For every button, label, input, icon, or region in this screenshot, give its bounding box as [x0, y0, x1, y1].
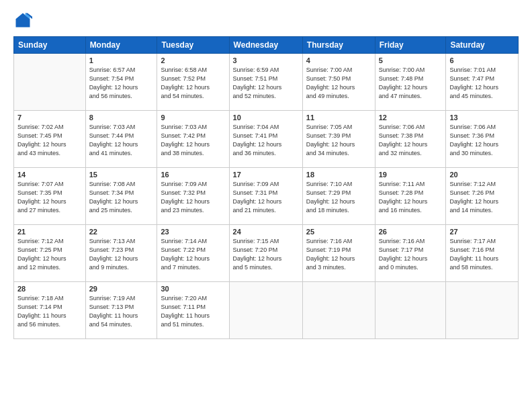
calendar-cell: 14Sunrise: 7:07 AM Sunset: 7:35 PM Dayli…	[14, 168, 86, 225]
calendar-cell	[375, 282, 446, 339]
calendar-cell: 8Sunrise: 7:03 AM Sunset: 7:44 PM Daylig…	[85, 111, 157, 168]
day-number: 30	[161, 285, 225, 293]
day-number: 26	[379, 228, 443, 236]
day-number: 22	[89, 228, 154, 236]
day-number: 9	[161, 113, 225, 122]
week-row-3: 21Sunrise: 7:12 AM Sunset: 7:25 PM Dayli…	[14, 225, 519, 282]
calendar-cell: 5Sunrise: 7:00 AM Sunset: 7:48 PM Daylig…	[375, 54, 446, 111]
day-info: Sunrise: 7:03 AM Sunset: 7:42 PM Dayligh…	[161, 123, 225, 158]
day-info: Sunrise: 7:17 AM Sunset: 7:16 PM Dayligh…	[449, 237, 515, 272]
weekday-header-friday: Friday	[375, 37, 446, 54]
day-info: Sunrise: 7:01 AM Sunset: 7:47 PM Dayligh…	[449, 66, 515, 101]
calendar-cell: 29Sunrise: 7:19 AM Sunset: 7:13 PM Dayli…	[85, 282, 157, 339]
day-number: 3	[233, 56, 299, 64]
day-number: 7	[17, 113, 82, 122]
day-info: Sunrise: 7:09 AM Sunset: 7:32 PM Dayligh…	[161, 180, 225, 215]
day-info: Sunrise: 7:19 AM Sunset: 7:13 PM Dayligh…	[89, 294, 154, 329]
calendar-cell: 20Sunrise: 7:12 AM Sunset: 7:26 PM Dayli…	[446, 168, 519, 225]
day-number: 11	[306, 113, 371, 122]
calendar-cell: 3Sunrise: 6:59 AM Sunset: 7:51 PM Daylig…	[229, 54, 302, 111]
calendar-cell: 13Sunrise: 7:06 AM Sunset: 7:36 PM Dayli…	[446, 111, 519, 168]
day-info: Sunrise: 7:06 AM Sunset: 7:38 PM Dayligh…	[379, 123, 443, 158]
calendar-cell: 30Sunrise: 7:20 AM Sunset: 7:11 PM Dayli…	[157, 282, 229, 339]
day-info: Sunrise: 7:09 AM Sunset: 7:31 PM Dayligh…	[233, 180, 299, 215]
day-info: Sunrise: 7:07 AM Sunset: 7:35 PM Dayligh…	[17, 180, 82, 215]
weekday-header-wednesday: Wednesday	[229, 37, 302, 54]
calendar-cell: 10Sunrise: 7:04 AM Sunset: 7:41 PM Dayli…	[229, 111, 302, 168]
calendar-cell: 16Sunrise: 7:09 AM Sunset: 7:32 PM Dayli…	[157, 168, 229, 225]
day-info: Sunrise: 7:12 AM Sunset: 7:26 PM Dayligh…	[449, 180, 515, 215]
calendar-cell: 18Sunrise: 7:10 AM Sunset: 7:29 PM Dayli…	[302, 168, 375, 225]
day-number: 24	[233, 228, 299, 236]
logo-icon	[13, 11, 32, 30]
day-number: 19	[379, 171, 443, 179]
day-number: 21	[17, 228, 82, 236]
day-number: 5	[379, 56, 443, 64]
day-number: 28	[17, 285, 82, 293]
day-number: 16	[161, 171, 225, 179]
page: SundayMondayTuesdayWednesdayThursdayFrid…	[0, 0, 532, 411]
calendar-cell: 6Sunrise: 7:01 AM Sunset: 7:47 PM Daylig…	[446, 54, 519, 111]
calendar-cell: 23Sunrise: 7:14 AM Sunset: 7:22 PM Dayli…	[157, 225, 229, 282]
calendar-cell: 22Sunrise: 7:13 AM Sunset: 7:23 PM Dayli…	[85, 225, 157, 282]
day-info: Sunrise: 7:18 AM Sunset: 7:14 PM Dayligh…	[17, 294, 82, 329]
day-number: 8	[89, 113, 154, 122]
calendar-cell: 28Sunrise: 7:18 AM Sunset: 7:14 PM Dayli…	[14, 282, 86, 339]
calendar-cell: 2Sunrise: 6:58 AM Sunset: 7:52 PM Daylig…	[157, 54, 229, 111]
weekday-header-monday: Monday	[85, 37, 157, 54]
day-number: 14	[17, 171, 82, 179]
day-info: Sunrise: 7:02 AM Sunset: 7:45 PM Dayligh…	[17, 123, 82, 158]
calendar-cell	[446, 282, 519, 339]
week-row-2: 14Sunrise: 7:07 AM Sunset: 7:35 PM Dayli…	[14, 168, 519, 225]
day-info: Sunrise: 7:13 AM Sunset: 7:23 PM Dayligh…	[89, 237, 154, 272]
calendar-cell: 19Sunrise: 7:11 AM Sunset: 7:28 PM Dayli…	[375, 168, 446, 225]
day-info: Sunrise: 7:03 AM Sunset: 7:44 PM Dayligh…	[89, 123, 154, 158]
day-info: Sunrise: 7:00 AM Sunset: 7:50 PM Dayligh…	[306, 66, 371, 101]
calendar-table: SundayMondayTuesdayWednesdayThursdayFrid…	[13, 36, 519, 339]
weekday-header-tuesday: Tuesday	[157, 37, 229, 54]
day-info: Sunrise: 6:58 AM Sunset: 7:52 PM Dayligh…	[161, 66, 225, 101]
day-info: Sunrise: 7:15 AM Sunset: 7:20 PM Dayligh…	[233, 237, 299, 272]
day-number: 25	[306, 228, 371, 236]
day-info: Sunrise: 6:59 AM Sunset: 7:51 PM Dayligh…	[233, 66, 299, 101]
day-number: 6	[449, 56, 515, 64]
day-info: Sunrise: 7:16 AM Sunset: 7:19 PM Dayligh…	[306, 237, 371, 272]
day-info: Sunrise: 7:08 AM Sunset: 7:34 PM Dayligh…	[89, 180, 154, 215]
calendar-cell	[229, 282, 302, 339]
calendar-cell: 27Sunrise: 7:17 AM Sunset: 7:16 PM Dayli…	[446, 225, 519, 282]
day-info: Sunrise: 7:05 AM Sunset: 7:39 PM Dayligh…	[306, 123, 371, 158]
day-number: 29	[89, 285, 154, 293]
day-info: Sunrise: 7:11 AM Sunset: 7:28 PM Dayligh…	[379, 180, 443, 215]
day-number: 1	[89, 56, 154, 64]
calendar-cell	[14, 54, 86, 111]
calendar-cell: 7Sunrise: 7:02 AM Sunset: 7:45 PM Daylig…	[14, 111, 86, 168]
day-number: 12	[379, 113, 443, 122]
day-number: 2	[161, 56, 225, 64]
calendar-cell: 24Sunrise: 7:15 AM Sunset: 7:20 PM Dayli…	[229, 225, 302, 282]
day-info: Sunrise: 7:16 AM Sunset: 7:17 PM Dayligh…	[379, 237, 443, 272]
day-info: Sunrise: 7:00 AM Sunset: 7:48 PM Dayligh…	[379, 66, 443, 101]
day-number: 15	[89, 171, 154, 179]
day-number: 13	[449, 113, 515, 122]
week-row-1: 7Sunrise: 7:02 AM Sunset: 7:45 PM Daylig…	[14, 111, 519, 168]
day-number: 10	[233, 113, 299, 122]
day-info: Sunrise: 7:20 AM Sunset: 7:11 PM Dayligh…	[161, 294, 225, 329]
day-number: 17	[233, 171, 299, 179]
weekday-header-thursday: Thursday	[302, 37, 375, 54]
day-info: Sunrise: 7:12 AM Sunset: 7:25 PM Dayligh…	[17, 237, 82, 272]
day-info: Sunrise: 6:57 AM Sunset: 7:54 PM Dayligh…	[89, 66, 154, 101]
day-number: 27	[449, 228, 515, 236]
day-number: 20	[449, 171, 515, 179]
day-info: Sunrise: 7:14 AM Sunset: 7:22 PM Dayligh…	[161, 237, 225, 272]
calendar-cell: 21Sunrise: 7:12 AM Sunset: 7:25 PM Dayli…	[14, 225, 86, 282]
day-info: Sunrise: 7:04 AM Sunset: 7:41 PM Dayligh…	[233, 123, 299, 158]
week-row-4: 28Sunrise: 7:18 AM Sunset: 7:14 PM Dayli…	[14, 282, 519, 339]
weekday-header-saturday: Saturday	[446, 37, 519, 54]
day-number: 18	[306, 171, 371, 179]
weekday-header-row: SundayMondayTuesdayWednesdayThursdayFrid…	[14, 37, 519, 54]
calendar-cell: 25Sunrise: 7:16 AM Sunset: 7:19 PM Dayli…	[302, 225, 375, 282]
header	[13, 11, 519, 30]
day-info: Sunrise: 7:10 AM Sunset: 7:29 PM Dayligh…	[306, 180, 371, 215]
calendar-cell: 11Sunrise: 7:05 AM Sunset: 7:39 PM Dayli…	[302, 111, 375, 168]
calendar-cell: 17Sunrise: 7:09 AM Sunset: 7:31 PM Dayli…	[229, 168, 302, 225]
